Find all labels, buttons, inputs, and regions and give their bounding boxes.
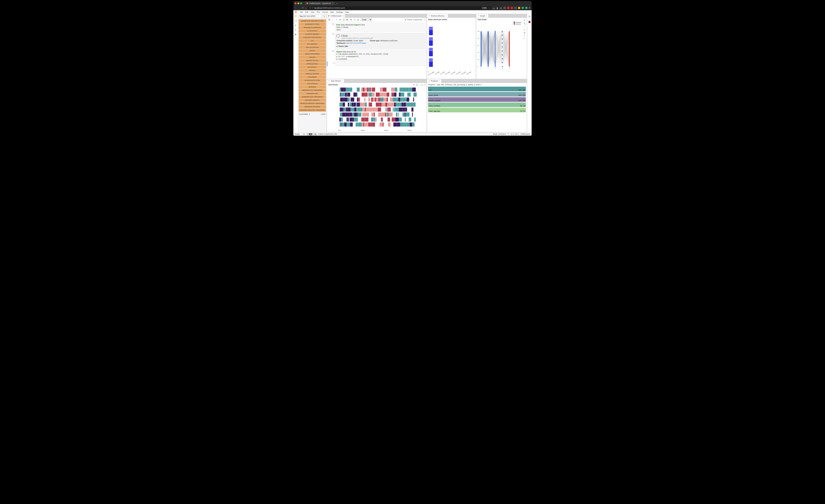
new-tab-button[interactable]: + (336, 2, 338, 5)
restart-icon[interactable]: ↻ (353, 18, 356, 21)
kernel-status[interactable]: Python 3 (ipykernel) | Idle (318, 133, 337, 135)
home-icon[interactable]: ⌂ (305, 7, 306, 9)
search-icon[interactable]: 🔍 (322, 15, 325, 18)
dashboard-btn-progress[interactable]: PROGRESS (299, 76, 326, 79)
stop-icon[interactable]: ■ (350, 18, 352, 21)
dask-icon[interactable]: ✶ (295, 24, 297, 26)
site-info-icon[interactable]: ⓘ (309, 7, 311, 9)
tab-dirty-icon[interactable]: ● (343, 15, 344, 17)
hamburger-icon[interactable]: ≡ (529, 6, 530, 9)
extensions-icon[interactable]: ✚ (295, 33, 297, 35)
menu-settings[interactable]: Settings (336, 11, 343, 13)
ext-icon[interactable] (522, 7, 524, 9)
ext-icon[interactable] (507, 7, 509, 9)
dashboard-btn-cluster-map[interactable]: CLUSTER MAP (299, 29, 326, 32)
window-close-icon[interactable] (295, 2, 297, 4)
dashboard-btn-bandwidth-types[interactable]: BANDWIDTH TYPES (299, 23, 326, 26)
dashboard-btn-workers-memory-timeseries[interactable]: WORKERS MEMORY TIMESERIES (299, 102, 326, 105)
ext-icon[interactable] (514, 7, 517, 9)
menu-run[interactable]: Run (317, 11, 320, 13)
dashboard-btn-task-stream[interactable]: TASK STREAM (299, 82, 326, 85)
tab-close-icon[interactable]: × (332, 2, 333, 4)
pan-icon[interactable]: ✥ (524, 19, 526, 21)
dashboard-btn-bandwidth-workers[interactable]: BANDWIDTH WORKERS (299, 26, 326, 29)
dashboard-btn-gpu-memory[interactable]: GPU MEMORY (299, 43, 326, 46)
code-input[interactable]: from dask.distributed import Client clie… (335, 23, 426, 32)
menu-view[interactable]: View (311, 11, 315, 13)
ext-icon[interactable] (518, 7, 520, 9)
terminals-kernels[interactable]: 0⌨ 1◉ (307, 133, 317, 135)
screenshot-icon[interactable]: ▭ (493, 7, 495, 9)
wheel-zoom-icon[interactable]: ⬭ (524, 25, 526, 28)
wheel-zoom-icon[interactable]: ⬭ (419, 84, 421, 86)
help-icon[interactable]: ? (524, 38, 526, 40)
library-icon[interactable]: ≣ (500, 7, 502, 9)
dashboard-btn-workers-network[interactable]: WORKERS NETWORK (299, 105, 326, 108)
tab-graph[interactable]: ✶Graph× (476, 14, 489, 17)
dashboard-btn-compute-time-per-key[interactable]: COMPUTE TIME PER KEY (299, 36, 326, 39)
code-cell[interactable]: [1]: from dask.distributed import Client… (327, 22, 427, 32)
browser-tab[interactable]: Untitled.ipynb - JupyterLab × (305, 2, 335, 5)
address-bar[interactable]: ⓘ 🛡 localhost:8888/lab/tree/Untitled.ipy… (308, 6, 491, 10)
reset-icon[interactable]: ↺ (424, 84, 426, 86)
box-zoom-icon[interactable]: ◰ (422, 84, 423, 86)
window-zoom-icon[interactable] (300, 2, 302, 4)
dashboard-btn-cluster-memory[interactable]: CLUSTER MEMORY (299, 33, 326, 35)
voila-icon[interactable]: ❀ (405, 19, 406, 21)
dashboard-btn-profile-server[interactable]: PROFILE SERVER (299, 72, 326, 75)
forward-icon[interactable]: → (298, 7, 300, 9)
box-select-icon[interactable]: ◰ (524, 29, 526, 31)
simple-mode-toggle[interactable] (301, 133, 305, 135)
zoom-indicator[interactable]: 110% (481, 7, 487, 9)
dashboard-btn-workers-network-timeseries[interactable]: WORKERS NETWORK TIMESERIES (299, 109, 326, 112)
menu-file[interactable]: File (300, 11, 303, 13)
kernel-status-icon[interactable] (424, 19, 426, 21)
dashboard-link[interactable]: http://127.0.0.1:8787/status (346, 42, 366, 44)
toc-icon[interactable]: ≡ (295, 29, 297, 31)
code-input[interactable] (335, 62, 426, 66)
folder-icon[interactable]: 📁 (295, 15, 297, 17)
paste-icon[interactable]: 📋 (343, 18, 345, 21)
cursor-position[interactable]: Ln 1, Col 1 (511, 133, 519, 135)
copy-icon[interactable]: ⧉ (339, 18, 342, 21)
bookmark-star-icon[interactable]: ☆ (488, 7, 490, 9)
dashboard-btn-group-progress[interactable]: GROUP PROGRESS (299, 53, 326, 56)
property-inspector-icon[interactable]: ⚙ (528, 15, 531, 18)
dashboard-btn-gpu-utilization[interactable]: GPU UTILIZATION (299, 46, 326, 49)
menu-help[interactable]: Help (345, 11, 349, 13)
running-icon[interactable]: ◯ (295, 19, 297, 22)
dashboard-btn-nprocessing[interactable]: NPROCESSING (299, 62, 326, 65)
expand-toggle-icon[interactable] (336, 34, 340, 37)
dashboard-btn-workers-cpu-timeseries[interactable]: WORKERS CPU TIMESERIES (299, 89, 326, 92)
reload-icon[interactable]: ⟳ (302, 7, 304, 9)
notification-icon[interactable]: 🛡 (507, 133, 509, 135)
back-icon[interactable]: ← (295, 7, 297, 9)
code-input[interactable]: import dask.array as da x = da.random.ra… (335, 50, 426, 61)
dashboard-btn-occupancy[interactable]: OCCUPANCY (299, 66, 326, 69)
dashboard-btn-groups[interactable]: GROUPS (299, 56, 326, 59)
kernel-name[interactable]: Python 3 (ipykernel) (407, 19, 422, 21)
run-all-icon[interactable]: ▸▸ (357, 18, 360, 21)
cut-icon[interactable]: ✂ (335, 18, 338, 21)
dashboard-btn-scheduler-system[interactable]: SCHEDULER SYSTEM (299, 79, 326, 82)
tab-workers-memory[interactable]: ✶Workers Memory× (427, 14, 448, 17)
dashboard-btn-workers-memory[interactable]: WORKERS MEMORY (299, 99, 326, 102)
refresh-icon[interactable]: ⟳ (309, 114, 310, 115)
jupyter-logo-icon[interactable] (295, 11, 297, 13)
dashboard-btn-workers-disk[interactable]: WORKERS DISK (299, 92, 326, 95)
window-minimize-icon[interactable] (298, 2, 299, 4)
close-icon[interactable]: × (486, 15, 487, 17)
zoom-icon[interactable]: 🔍 (524, 22, 526, 24)
tab-progress[interactable]: ✶Progress× (427, 79, 442, 83)
shield-icon[interactable]: 🛡 (312, 7, 313, 9)
zoom-icon[interactable]: 🔍 (416, 84, 418, 86)
menu-kernel[interactable]: Kernel (322, 11, 328, 13)
close-icon[interactable]: × (439, 80, 440, 82)
ext-icon[interactable] (504, 7, 506, 9)
reset-icon[interactable]: ↺ (524, 35, 526, 37)
dashboard-btn-workers-disk-timeseries[interactable]: WORKERS DISK TIMESERIES (299, 95, 326, 98)
dashboard-btn-graph[interactable]: GRAPH (299, 49, 326, 52)
dashboard-btn-workers[interactable]: WORKERS (299, 85, 326, 88)
tab-task-stream[interactable]: ✶Task Stream× (327, 79, 344, 83)
close-icon[interactable]: × (342, 80, 343, 82)
